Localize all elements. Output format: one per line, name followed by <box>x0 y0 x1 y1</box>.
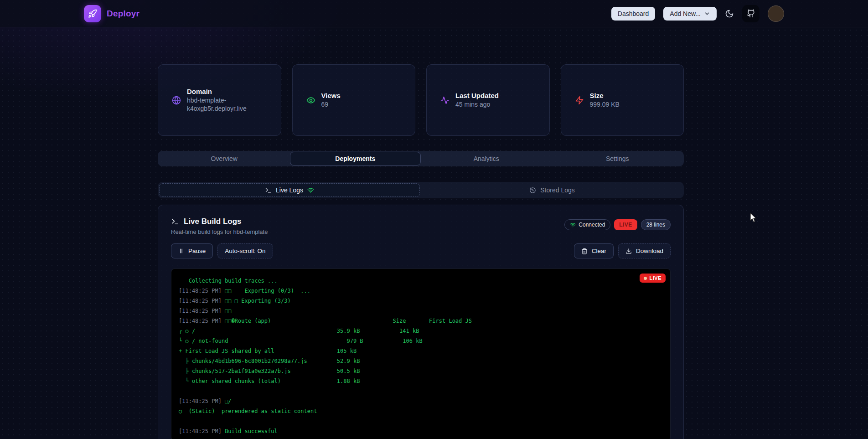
brand[interactable]: Deployr <box>84 5 140 22</box>
live-build-logs-panel: Live Build Logs Real-time build logs for… <box>158 205 684 439</box>
tab-stored-logs[interactable]: Stored Logs <box>422 183 682 197</box>
chevron-down-icon <box>704 10 710 17</box>
log-line: Collecting build traces ... <box>179 276 663 286</box>
github-icon <box>747 9 755 18</box>
tab-live-logs[interactable]: Live Logs <box>159 183 420 197</box>
download-button[interactable]: Download <box>618 243 671 258</box>
main-tabs: Overview Deployments Analytics Settings <box>158 151 684 166</box>
tab-label: Analytics <box>474 155 499 162</box>
activity-icon <box>440 96 450 105</box>
autoscroll-toggle-button[interactable]: Auto-scroll: On <box>217 243 273 258</box>
line-count-badge: 28 lines <box>641 219 671 230</box>
terminal-live-label: LIVE <box>650 275 661 281</box>
tab-overview[interactable]: Overview <box>159 152 290 165</box>
tab-label: Deployments <box>335 155 375 162</box>
log-line <box>179 386 663 396</box>
terminal-icon <box>171 217 179 226</box>
stat-value: 45 mins ago <box>455 101 499 109</box>
tab-deployments[interactable]: Deployments <box>290 152 421 165</box>
log-line: ┌ ○ / 35.9 kB 141 kB <box>179 326 663 336</box>
rocket-logo-icon <box>84 5 101 22</box>
log-output: Collecting build traces ...[11:48:25 PM]… <box>179 276 663 436</box>
download-icon <box>625 248 632 254</box>
stat-value: 999.09 KB <box>590 101 620 109</box>
log-tabs: Live Logs Stored Logs <box>158 182 684 198</box>
stat-card-views: Views 69 <box>292 64 416 136</box>
trash-icon <box>581 248 588 254</box>
tab-label: Overview <box>211 155 238 162</box>
panel-subtitle: Real-time build logs for hbd-template <box>171 228 268 235</box>
log-line: [11:48:25 PM] □□�Route (app) Size First … <box>179 316 663 326</box>
stat-value: 69 <box>321 101 341 109</box>
stat-card-last-updated: Last Updated 45 mins ago <box>426 64 550 136</box>
add-new-button-label: Add New... <box>670 10 701 17</box>
eye-icon <box>306 96 315 105</box>
log-line: └ other shared chunks (total) 1.88 kB <box>179 376 663 386</box>
stat-card-domain: Domain hbd-template-k4oxgb5r.deployr.liv… <box>158 64 281 136</box>
terminal-icon <box>265 187 272 194</box>
tab-label: Settings <box>606 155 629 162</box>
wifi-icon <box>307 187 314 194</box>
tab-label: Live Logs <box>276 186 303 194</box>
clear-button[interactable]: Clear <box>574 243 614 258</box>
tab-analytics[interactable]: Analytics <box>421 152 552 165</box>
connected-badge: Connected <box>564 219 610 230</box>
pause-button[interactable]: Pause <box>171 243 213 258</box>
terminal-live-badge: LIVE <box>640 274 666 283</box>
log-line: [11:48:25 PM] □□ □ Exporting (3/3) <box>179 296 663 306</box>
dashboard-button-label: Dashboard <box>618 10 649 17</box>
clear-button-label: Clear <box>592 248 606 254</box>
log-line <box>179 416 663 426</box>
stat-label: Size <box>590 92 620 99</box>
theme-toggle-button[interactable] <box>725 9 734 18</box>
pause-icon <box>178 248 184 254</box>
log-line: [11:48:25 PM] □□ Exporting (0/3) ... <box>179 286 663 296</box>
download-button-label: Download <box>636 248 663 254</box>
navbar: Deployr Dashboard Add New... <box>0 0 868 27</box>
tab-label: Stored Logs <box>540 186 575 194</box>
wifi-icon <box>570 222 576 228</box>
history-icon <box>529 187 536 194</box>
user-avatar[interactable] <box>768 5 784 22</box>
log-line: + First Load JS shared by all 105 kB <box>179 346 663 356</box>
mouse-cursor <box>750 212 758 223</box>
log-line: └ ○ /_not-found 979 B 106 kB <box>179 336 663 346</box>
stat-label: Last Updated <box>455 92 499 99</box>
brand-name: Deployr <box>107 9 140 19</box>
log-line: ├ chunks/517-2ba1f91a0e322a7b.js 50.5 kB <box>179 366 663 376</box>
log-line: ├ chunks/4bd1b696-6c8001b270298a77.js 52… <box>179 356 663 366</box>
panel-title: Live Build Logs <box>184 217 242 226</box>
log-line: [11:48:25 PM] □/ <box>179 396 663 406</box>
tab-settings[interactable]: Settings <box>552 152 683 165</box>
terminal[interactable]: LIVE Collecting build traces ...[11:48:2… <box>171 269 671 439</box>
dashboard-button[interactable]: Dashboard <box>611 7 656 21</box>
line-count-label: 28 lines <box>646 222 665 228</box>
globe-icon <box>172 96 181 105</box>
stat-label: Views <box>321 92 341 99</box>
stat-label: Domain <box>187 88 264 95</box>
stat-card-size: Size 999.09 KB <box>561 64 684 136</box>
stats-row: Domain hbd-template-k4oxgb5r.deployr.liv… <box>158 64 684 136</box>
log-line: ○ (Static) prerendered as static content <box>179 406 663 416</box>
autoscroll-label: Auto-scroll: On <box>225 248 265 254</box>
connected-badge-label: Connected <box>579 222 605 228</box>
zap-icon <box>575 96 584 105</box>
pause-button-label: Pause <box>188 248 206 254</box>
live-badge: LIVE <box>614 219 637 230</box>
live-badge-label: LIVE <box>619 222 632 228</box>
github-button[interactable] <box>742 5 760 22</box>
log-line: [11:48:25 PM] Build successful <box>179 426 663 436</box>
stat-value: hbd-template-k4oxgb5r.deployr.live <box>187 97 264 113</box>
log-line: [11:48:25 PM] □□ <box>179 306 663 316</box>
moon-icon <box>725 9 734 18</box>
live-dot-icon <box>644 277 647 280</box>
add-new-button[interactable]: Add New... <box>663 7 717 21</box>
